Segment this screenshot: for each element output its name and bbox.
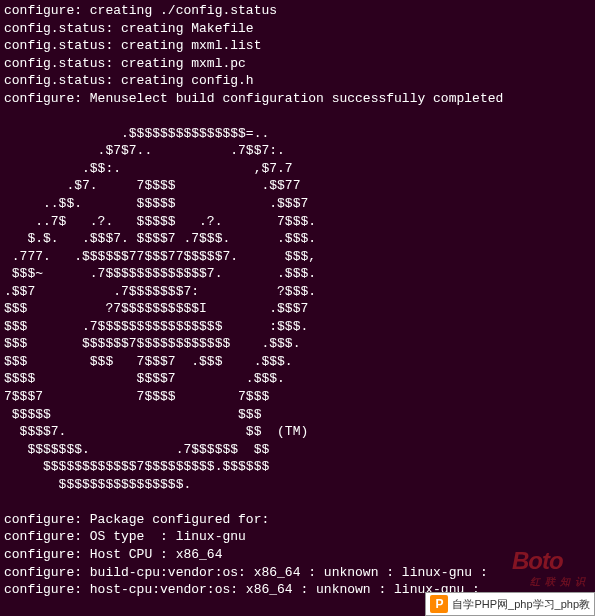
terminal-line: config.status: creating mxml.list — [4, 37, 591, 55]
terminal-line: configure: OS type : linux-gnu — [4, 528, 591, 546]
terminal-line: configure: creating ./config.status — [4, 2, 591, 20]
php-icon: P — [430, 595, 448, 613]
terminal-line — [4, 493, 591, 511]
terminal-line: $$$$$$$. .7$$$$$$ $$ — [4, 441, 591, 459]
terminal-line: $.$. .$$$7. $$$$7 .7$$$. .$$$. — [4, 230, 591, 248]
terminal-line: ..7$ .?. $$$$$ .?. 7$$$. — [4, 213, 591, 231]
footer-text: 自学PHP网_php学习_php教 — [452, 597, 590, 612]
terminal-line: .$$:. ,$7.7 — [4, 160, 591, 178]
terminal-line: config.status: creating mxml.pc — [4, 55, 591, 73]
terminal-line: configure: Package configured for: — [4, 511, 591, 529]
terminal-line: $$$$7. $$ (TM) — [4, 423, 591, 441]
terminal-line: ..$$. $$$$$ .$$$7 — [4, 195, 591, 213]
terminal-line: .$7$7.. .7$$7:. — [4, 142, 591, 160]
terminal-line: .$7. 7$$$$ .$$77 — [4, 177, 591, 195]
footer-attribution-bar: P 自学PHP网_php学习_php教 — [425, 592, 595, 616]
terminal-line: .$$7 .7$$$$$$$7: ?$$$. — [4, 283, 591, 301]
terminal-line: config.status: creating Makefile — [4, 20, 591, 38]
terminal-line — [4, 107, 591, 125]
terminal-line: configure: Menuselect build configuratio… — [4, 90, 591, 108]
terminal-line: configure: Host CPU : x86_64 — [4, 546, 591, 564]
terminal-line: $$$ ?7$$$$$$$$$$I .$$$7 — [4, 300, 591, 318]
watermark-subtext: 红联知识 — [530, 575, 590, 589]
terminal-line: $$$$$ $$$ — [4, 406, 591, 424]
terminal-line: configure: build-cpu:vendor:os: x86_64 :… — [4, 564, 591, 582]
terminal-line: config.status: creating config.h — [4, 72, 591, 90]
terminal-line: 7$$$7 7$$$$ 7$$$ — [4, 388, 591, 406]
watermark-logo: Boto 红联知识 — [512, 545, 590, 588]
terminal-line: $$$~ .7$$$$$$$$$$$$$7. .$$$. — [4, 265, 591, 283]
terminal-output: configure: creating ./config.statusconfi… — [4, 2, 591, 599]
terminal-line: .777. .$$$$$$77$$$77$$$$$7. $$$, — [4, 248, 591, 266]
terminal-line: $$$ $$$ 7$$$7 .$$$ .$$$. — [4, 353, 591, 371]
terminal-line: $$$ $$$$$$7$$$$$$$$$$$$ .$$$. — [4, 335, 591, 353]
terminal-line: $$$$ $$$$7 .$$$. — [4, 370, 591, 388]
terminal-line: $$$$$$$$$$$$$$$$. — [4, 476, 591, 494]
terminal-line: $$$ .7$$$$$$$$$$$$$$$$ :$$$. — [4, 318, 591, 336]
watermark-text: Boto — [512, 547, 563, 574]
terminal-line: .$$$$$$$$$$$$$$$=.. — [4, 125, 591, 143]
terminal-line: $$$$$$$$$$$$7$$$$$$$$$.$$$$$$ — [4, 458, 591, 476]
